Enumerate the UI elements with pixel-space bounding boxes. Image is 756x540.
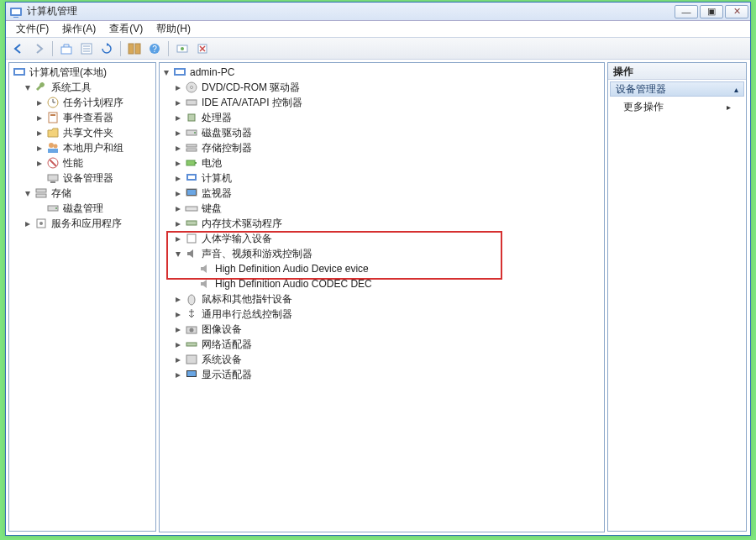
actions-more[interactable]: 更多操作 ▸ [608,97,746,118]
tree-label: 磁盘驱动器 [202,126,252,140]
dev-sound-device-1[interactable]: High Definition Audio Device evice [160,261,604,276]
keyboard-icon [185,202,198,215]
dev-usb[interactable]: ▸通用串行总线控制器 [160,307,604,322]
collapse-icon[interactable]: ▾ [23,188,33,198]
tree-label: 图像设备 [202,322,242,337]
actions-section[interactable]: 设备管理器 ▴ [610,81,744,97]
tree-event-viewer[interactable]: ▸ 事件查看器 [9,110,155,125]
dev-root[interactable]: ▾ admin-PC [160,65,604,80]
menu-file[interactable]: 文件(F) [9,21,55,37]
dev-sound-device-2[interactable]: High Definition Audio CODEC DEC [160,276,604,291]
minimize-button[interactable]: — [675,5,698,18]
titlebar[interactable]: 计算机管理 — ▣ ✕ [6,3,750,21]
expand-icon[interactable]: ▸ [173,113,183,123]
svg-rect-60 [186,355,197,364]
collapse-icon[interactable]: ▾ [161,67,171,77]
expand-icon[interactable]: ▸ [173,354,183,364]
tree-performance[interactable]: ▸ 性能 [9,155,155,170]
dev-storage-ctrl[interactable]: ▸存储控制器 [160,140,604,155]
tree-device-manager[interactable]: 设备管理器 [9,170,155,186]
speaker-icon [198,277,212,291]
dev-ide[interactable]: ▸IDE ATA/ATAPI 控制器 [160,95,604,110]
event-icon [46,111,60,124]
expand-icon[interactable]: ▸ [34,128,45,138]
expand-icon[interactable]: ▸ [34,143,45,153]
dev-sound[interactable]: ▾声音、视频和游戏控制器 [160,246,604,261]
dev-network[interactable]: ▸网络适配器 [160,337,604,352]
maximize-button[interactable]: ▣ [700,5,723,18]
device-tree-pane[interactable]: ▾ admin-PC ▸DVD/CD-ROM 驱动器 ▸IDE ATA/ATAP… [159,62,605,532]
expand-icon[interactable]: ▸ [173,339,183,349]
left-tree-pane[interactable]: 计算机管理(本地) ▾ 系统工具 ▸ 任务计划程序 ▸ 事件查看器 [8,62,156,532]
expand-icon[interactable]: ▸ [23,218,33,228]
expand-icon[interactable]: ▸ [173,309,183,319]
expand-icon[interactable]: ▸ [173,128,183,138]
tree-storage[interactable]: ▾ 存储 [9,186,155,201]
expand-icon[interactable]: ▸ [173,97,183,107]
expand-icon[interactable]: ▸ [34,113,45,123]
tree-label: DVD/CD-ROM 驱动器 [202,81,300,95]
dev-display[interactable]: ▸显示适配器 [160,367,604,382]
collapse-icon[interactable]: ▾ [23,82,33,92]
expand-icon[interactable]: ▸ [173,233,183,244]
expand-icon[interactable]: ▸ [173,82,183,92]
show-hide-tree-button[interactable] [125,40,144,57]
collapse-icon[interactable]: ▾ [173,249,183,259]
svg-rect-42 [188,114,195,121]
expand-icon[interactable]: ▸ [34,97,45,107]
tree-local-users[interactable]: ▸ 本地用户和组 [9,140,155,155]
tree-root-computer-mgmt[interactable]: 计算机管理(本地) [9,65,155,80]
dev-keyboard[interactable]: ▸键盘 [160,201,604,216]
expand-icon[interactable]: ▸ [173,218,183,228]
window-title: 计算机管理 [27,4,77,18]
monitor-icon [185,186,198,200]
help-button[interactable]: ? [145,40,164,57]
dev-computer[interactable]: ▸计算机 [160,170,604,186]
expand-icon[interactable]: ▸ [173,188,183,198]
tree-shared-folders[interactable]: ▸ 共享文件夹 [9,125,155,140]
tree-label: 任务计划程序 [63,96,123,110]
svg-rect-26 [48,149,58,153]
menu-help[interactable]: 帮助(H) [150,21,197,37]
tree-label: High Definition Audio CODEC DEC [215,278,372,290]
svg-rect-45 [186,144,197,147]
tree-task-scheduler[interactable]: ▸ 任务计划程序 [9,95,155,110]
dev-imaging[interactable]: ▸图像设备 [160,322,604,337]
refresh-button[interactable] [97,40,116,57]
expand-icon[interactable]: ▸ [173,294,183,304]
dev-battery[interactable]: ▸电池 [160,155,604,170]
svg-rect-8 [129,44,134,54]
svg-point-13 [181,47,184,50]
actions-pane: 操作 设备管理器 ▴ 更多操作 ▸ [607,62,747,532]
properties-button[interactable] [77,40,96,57]
expand-icon[interactable]: ▸ [34,158,45,168]
up-level-button[interactable] [57,40,76,57]
dev-dvd[interactable]: ▸DVD/CD-ROM 驱动器 [160,80,604,95]
svg-rect-48 [195,162,197,164]
nav-forward-button[interactable] [29,40,48,57]
tree-system-tools[interactable]: ▾ 系统工具 [9,80,155,95]
close-button[interactable]: ✕ [725,5,748,18]
dev-cpu[interactable]: ▸处理器 [160,110,604,125]
nav-back-button[interactable] [9,40,28,57]
expand-icon[interactable]: ▸ [173,143,183,153]
tree-services-apps[interactable]: ▸ 服务和应用程序 [9,216,155,231]
dev-monitor[interactable]: ▸监视器 [160,186,604,201]
uninstall-button[interactable] [193,40,212,57]
dev-system[interactable]: ▸系统设备 [160,352,604,367]
expand-icon[interactable]: ▸ [173,203,183,213]
menu-view[interactable]: 查看(V) [102,21,150,37]
dev-mouse[interactable]: ▸鼠标和其他指针设备 [160,291,604,307]
menu-action[interactable]: 操作(A) [55,21,102,37]
tree-disk-mgmt[interactable]: 磁盘管理 [9,201,155,216]
dev-disk[interactable]: ▸磁盘驱动器 [160,125,604,140]
expand-icon[interactable]: ▸ [173,158,183,168]
expand-icon[interactable]: ▸ [173,173,183,183]
tree-label: 鼠标和其他指针设备 [202,292,292,307]
scan-hardware-button[interactable] [173,40,192,57]
expand-icon[interactable]: ▸ [173,324,183,334]
expand-icon[interactable]: ▸ [173,370,183,380]
dev-hid[interactable]: ▸人体学输入设备 [160,231,604,246]
dev-memory[interactable]: ▸内存技术驱动程序 [160,216,604,231]
svg-point-25 [54,144,58,149]
